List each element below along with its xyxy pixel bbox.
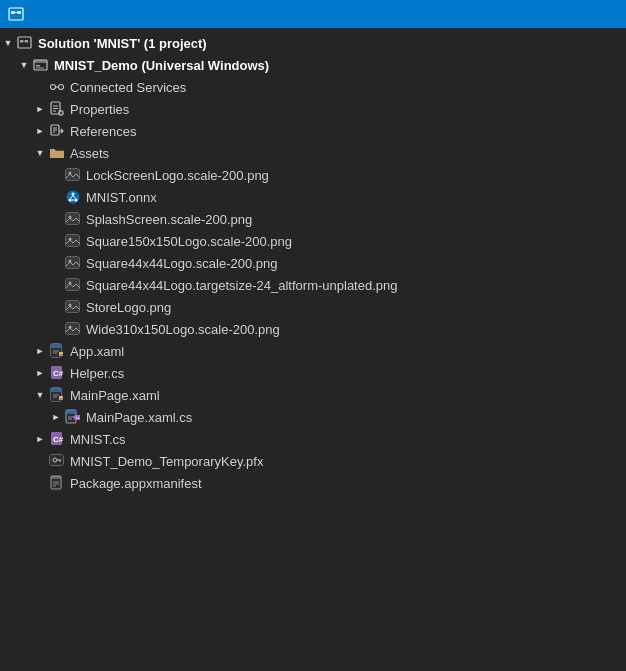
tree-item-assets[interactable]: ▼ Assets [0, 142, 626, 164]
expand-placeholder [32, 453, 48, 469]
expand-placeholder [48, 189, 64, 205]
expand-icon[interactable]: ► [48, 409, 64, 425]
expand-placeholder [48, 277, 64, 293]
tree-item-label-manifest: Package.appxmanifest [70, 476, 618, 491]
tree-item-wide310[interactable]: Wide310x150Logo.scale-200.png [0, 318, 626, 340]
tree-item-label-square44: Square44x44Logo.scale-200.png [86, 256, 618, 271]
tree-item-tempkey[interactable]: MNIST_Demo_TemporaryKey.pfx [0, 450, 626, 472]
tree-item-splashscreen[interactable]: SplashScreen.scale-200.png [0, 208, 626, 230]
manifest-icon [48, 475, 66, 491]
image-icon [64, 299, 82, 315]
tree-item-square44[interactable]: Square44x44Logo.scale-200.png [0, 252, 626, 274]
expand-placeholder [48, 167, 64, 183]
expand-placeholder [32, 79, 48, 95]
svg-rect-65 [51, 388, 61, 392]
tree-item-appxaml[interactable]: ► cs App.xaml [0, 340, 626, 362]
tree-item-lockscreen[interactable]: LockScreenLogo.scale-200.png [0, 164, 626, 186]
folder-icon [48, 145, 66, 161]
tree-item-connected[interactable]: Connected Services [0, 76, 626, 98]
svg-point-31 [69, 199, 72, 202]
tree-item-storelogo[interactable]: StoreLogo.png [0, 296, 626, 318]
image-icon [64, 321, 82, 337]
connected-icon [48, 79, 66, 95]
image-icon [64, 277, 82, 293]
cs-icon: C# [48, 431, 66, 447]
tree-item-square150[interactable]: Square150x150Logo.scale-200.png [0, 230, 626, 252]
svg-text:C#: C# [53, 369, 64, 378]
expand-placeholder [48, 255, 64, 271]
solution-icon [16, 35, 34, 51]
tree-item-label-lockscreen: LockScreenLogo.scale-200.png [86, 168, 618, 183]
expand-icon[interactable]: ► [32, 365, 48, 381]
tree-item-label-square44alt: Square44x44Logo.targetsize-24_altform-un… [86, 278, 618, 293]
svg-rect-9 [34, 60, 47, 63]
title-bar [0, 0, 626, 28]
tree-item-label-helpercs: Helper.cs [70, 366, 618, 381]
tree-item-label-assets: Assets [70, 146, 618, 161]
tree-item-helpercs[interactable]: ► C# Helper.cs [0, 362, 626, 384]
tree-item-label-wide310: Wide310x150Logo.scale-200.png [86, 322, 618, 337]
svg-point-32 [75, 199, 78, 202]
collapse-icon[interactable]: ▼ [0, 35, 16, 51]
tree-item-label-solution: Solution 'MNIST' (1 project) [38, 36, 618, 51]
collapse-icon[interactable]: ▼ [32, 387, 48, 403]
expand-placeholder [32, 475, 48, 491]
tree-item-manifest[interactable]: Package.appxmanifest [0, 472, 626, 494]
tree-item-label-tempkey: MNIST_Demo_TemporaryKey.pfx [70, 454, 618, 469]
tree-item-project[interactable]: ▼ MNIST_Demo (Universal Windows) [0, 54, 626, 76]
image-icon [64, 233, 82, 249]
svg-text:cs: cs [60, 397, 64, 401]
tree-item-label-mainpagexaml: MainPage.xaml [70, 388, 618, 403]
tree-item-label-properties: Properties [70, 102, 618, 117]
project-icon [32, 57, 50, 73]
tree-item-label-appxaml: App.xaml [70, 344, 618, 359]
tree-item-references[interactable]: ► References [0, 120, 626, 142]
cs-icon: C# [48, 365, 66, 381]
expand-icon[interactable]: ► [32, 101, 48, 117]
tree-item-label-mainpagexamlcs: MainPage.xaml.cs [86, 410, 618, 425]
tree-item-label-connected: Connected Services [70, 80, 618, 95]
tree-item-solution[interactable]: ▼ Solution 'MNIST' (1 project) [0, 32, 626, 54]
tree-item-label-storelogo: StoreLogo.png [86, 300, 618, 315]
collapse-icon[interactable]: ▼ [32, 145, 48, 161]
key-icon [48, 453, 66, 469]
tree-item-properties[interactable]: ► Properties [0, 98, 626, 120]
xaml-cs-icon: cs [64, 409, 82, 425]
tree-item-label-mnistcs: MNIST.cs [70, 432, 618, 447]
image-icon [64, 211, 82, 227]
expand-icon[interactable]: ► [32, 123, 48, 139]
properties-icon [48, 101, 66, 117]
svg-rect-6 [25, 40, 28, 43]
tree-item-mainpagexaml[interactable]: ▼ cs MainPage.xaml [0, 384, 626, 406]
onnx-icon [64, 189, 82, 205]
expand-icon[interactable]: ► [32, 343, 48, 359]
tree-item-label-square150: Square150x150Logo.scale-200.png [86, 234, 618, 249]
tree-item-mnistcs[interactable]: ► C# MNIST.cs [0, 428, 626, 450]
image-icon [64, 167, 82, 183]
svg-rect-2 [17, 11, 21, 14]
expand-icon[interactable]: ► [32, 431, 48, 447]
tree-item-mainpagexamlcs[interactable]: ► cs MainPage.xaml.cs [0, 406, 626, 428]
svg-text:cs: cs [60, 353, 64, 357]
tree-item-label-references: References [70, 124, 618, 139]
svg-rect-56 [51, 344, 61, 348]
tree-item-label-project: MNIST_Demo (Universal Windows) [54, 58, 618, 73]
tree-item-square44alt[interactable]: Square44x44Logo.targetsize-24_altform-un… [0, 274, 626, 296]
expand-placeholder [48, 321, 64, 337]
svg-rect-1 [11, 11, 15, 14]
svg-text:cs: cs [76, 416, 80, 420]
expand-placeholder [48, 299, 64, 315]
expand-placeholder [48, 211, 64, 227]
svg-rect-10 [36, 65, 40, 67]
xaml-icon: cs [48, 343, 66, 359]
expand-placeholder [48, 233, 64, 249]
collapse-icon[interactable]: ▼ [16, 57, 32, 73]
tree-item-label-mnist-onnx: MNIST.onnx [86, 190, 618, 205]
tree-container: ▼ Solution 'MNIST' (1 project)▼ MNIST_De… [0, 28, 626, 671]
tree-item-mnist-onnx[interactable]: MNIST.onnx [0, 186, 626, 208]
svg-point-29 [67, 191, 80, 204]
tree-item-label-splashscreen: SplashScreen.scale-200.png [86, 212, 618, 227]
svg-point-12 [51, 85, 56, 90]
svg-point-13 [59, 85, 64, 90]
image-icon [64, 255, 82, 271]
